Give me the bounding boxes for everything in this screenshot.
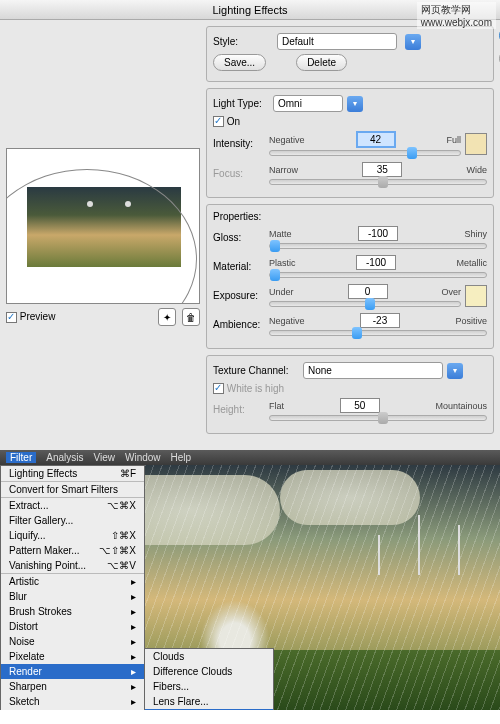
dropdown-icon[interactable]: ▾ <box>405 34 421 50</box>
height-label: Height: <box>213 404 269 415</box>
intensity-slider[interactable] <box>269 150 461 156</box>
dropdown-icon[interactable]: ▾ <box>347 96 363 112</box>
menu-item[interactable]: Convert for Smart Filters <box>1 481 144 497</box>
menu-analysis[interactable]: Analysis <box>46 452 83 463</box>
style-label: Style: <box>213 36 273 47</box>
slider-thumb[interactable] <box>270 240 280 252</box>
height-slider <box>269 415 487 421</box>
menu-item[interactable]: Vanishing Point...⌥⌘V <box>1 558 144 573</box>
lighting-effects-dialog: Lighting Effects Preview ✦ 🗑 Style: <box>0 0 500 450</box>
filter-menu-screenshot: Filter Analysis View Window Help Lightin… <box>0 450 500 710</box>
submenu-item[interactable]: Clouds <box>145 649 273 664</box>
white-high-checkbox <box>213 383 224 394</box>
slider-thumb[interactable] <box>352 327 362 339</box>
filter-dropdown-menu: Lighting Effects⌘FConvert for Smart Filt… <box>0 465 145 710</box>
delete-button[interactable]: Delete <box>296 54 347 71</box>
ambience-label: Ambience: <box>213 319 269 330</box>
menu-item[interactable]: Stylize▸ <box>1 709 144 710</box>
material-label: Material: <box>213 261 269 272</box>
menu-item[interactable]: Blur▸ <box>1 589 144 604</box>
focus-field <box>362 162 402 177</box>
menu-item[interactable]: Lighting Effects⌘F <box>1 466 144 481</box>
exposure-slider[interactable] <box>269 301 461 307</box>
light-color-swatch[interactable] <box>465 133 487 155</box>
menu-item[interactable]: Sketch▸ <box>1 694 144 709</box>
menu-help[interactable]: Help <box>171 452 192 463</box>
menu-item[interactable]: Artistic▸ <box>1 573 144 589</box>
menu-item[interactable]: Filter Gallery... <box>1 513 144 528</box>
save-button[interactable]: Save... <box>213 54 266 71</box>
on-label: On <box>227 116 240 127</box>
menu-item[interactable]: Pattern Maker...⌥⇧⌘X <box>1 543 144 558</box>
watermark: 网页教学网www.webjx.com <box>417 2 496 29</box>
menu-item[interactable]: Distort▸ <box>1 619 144 634</box>
menu-item[interactable]: Render▸ <box>1 664 144 679</box>
texture-channel-label: Texture Channel: <box>213 365 303 376</box>
light-type-label: Light Type: <box>213 98 273 109</box>
slider-thumb <box>378 412 388 424</box>
preview-checkbox[interactable] <box>6 312 17 323</box>
gloss-slider[interactable] <box>269 243 487 249</box>
white-high-label: White is high <box>227 383 284 394</box>
slider-thumb[interactable] <box>270 269 280 281</box>
ambience-slider[interactable] <box>269 330 487 336</box>
submenu-item[interactable]: Difference Clouds <box>145 664 273 679</box>
gloss-field[interactable] <box>358 226 398 241</box>
preview-frame[interactable] <box>6 148 200 304</box>
exposure-label: Exposure: <box>213 290 269 301</box>
focus-slider <box>269 179 487 185</box>
material-field[interactable] <box>356 255 396 270</box>
menu-item[interactable]: Sharpen▸ <box>1 679 144 694</box>
on-checkbox[interactable] <box>213 116 224 127</box>
light-type-select[interactable]: Omni <box>273 95 343 112</box>
menu-item[interactable]: Liquify...⇧⌘X <box>1 528 144 543</box>
menu-item[interactable]: Noise▸ <box>1 634 144 649</box>
slider-thumb <box>378 176 388 188</box>
preview-label: Preview <box>20 311 56 322</box>
dropdown-icon[interactable]: ▾ <box>447 363 463 379</box>
gloss-label: Gloss: <box>213 232 269 243</box>
trash-icon[interactable]: 🗑 <box>182 308 200 326</box>
menu-item[interactable]: Extract...⌥⌘X <box>1 497 144 513</box>
material-slider[interactable] <box>269 272 487 278</box>
ambience-field[interactable] <box>360 313 400 328</box>
menu-view[interactable]: View <box>93 452 115 463</box>
submenu-item[interactable]: Fibers... <box>145 679 273 694</box>
lightbulb-icon[interactable]: ✦ <box>158 308 176 326</box>
style-select[interactable]: Default <box>277 33 397 50</box>
exposure-field[interactable] <box>348 284 388 299</box>
slider-thumb[interactable] <box>365 298 375 310</box>
ambient-color-swatch[interactable] <box>465 285 487 307</box>
focus-label: Focus: <box>213 168 269 179</box>
preview-checkbox-row[interactable]: Preview <box>6 311 55 323</box>
submenu-item[interactable]: Lens Flare... <box>145 694 273 709</box>
slider-thumb[interactable] <box>407 147 417 159</box>
menu-item[interactable]: Pixelate▸ <box>1 649 144 664</box>
menu-item[interactable]: Brush Strokes▸ <box>1 604 144 619</box>
height-field <box>340 398 380 413</box>
intensity-label: Intensity: <box>213 138 269 149</box>
texture-channel-select[interactable]: None <box>303 362 443 379</box>
menu-filter[interactable]: Filter <box>6 452 36 463</box>
app-menubar: Filter Analysis View Window Help <box>0 450 500 465</box>
properties-label: Properties: <box>213 211 261 222</box>
intensity-field[interactable] <box>356 131 396 148</box>
submenu-item[interactable]: Lighting Effects... <box>145 709 273 710</box>
menu-window[interactable]: Window <box>125 452 161 463</box>
render-submenu: CloudsDifference CloudsFibers...Lens Fla… <box>144 648 274 710</box>
